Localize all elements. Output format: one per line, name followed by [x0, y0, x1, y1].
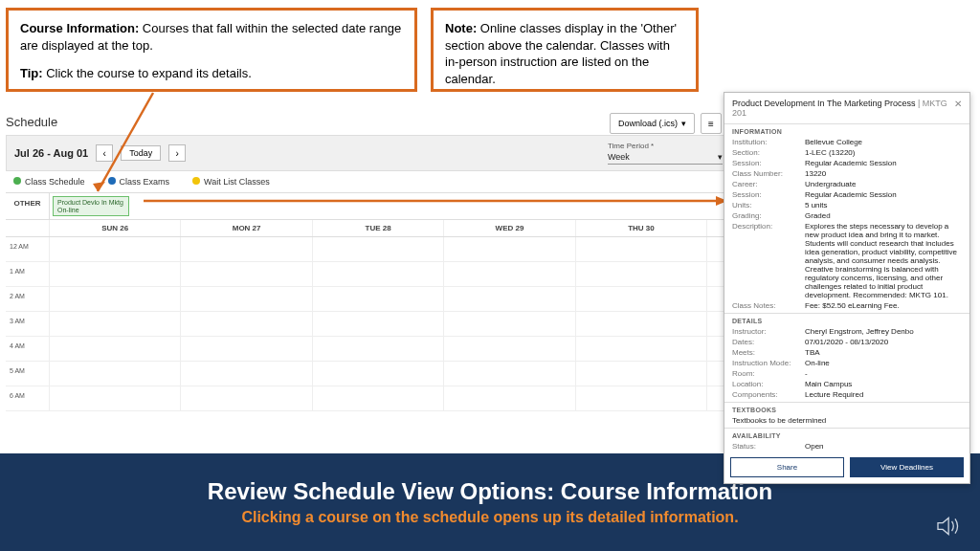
calendar-slot[interactable] — [50, 386, 181, 411]
calendar-slot[interactable] — [50, 262, 181, 287]
calendar-slot[interactable] — [444, 362, 575, 386]
calendar-slot[interactable] — [181, 386, 312, 411]
close-icon[interactable]: ✕ — [954, 99, 962, 118]
calendar-slot[interactable] — [313, 262, 444, 287]
share-button[interactable]: Share — [730, 457, 844, 477]
calendar-slot[interactable] — [313, 237, 444, 262]
calendar-slot[interactable] — [444, 337, 575, 362]
footer-subtitle: Clicking a course on the schedule opens … — [241, 509, 738, 526]
list-view-button[interactable]: ≡ — [701, 113, 722, 134]
date-range: Jul 26 - Aug 01 — [14, 147, 88, 159]
detail-row: Session:Regular Academic Session — [724, 158, 969, 168]
dot-icon — [192, 177, 200, 185]
detail-row: Dates:07/01/2020 - 08/13/2020 — [724, 337, 969, 347]
time-period-select[interactable]: Time Period * Week▾ — [608, 142, 723, 165]
calendar-slot[interactable] — [181, 362, 312, 386]
calendar-slot[interactable] — [576, 312, 707, 337]
time-label: 1 AM — [6, 262, 50, 287]
section-label-textbooks: TEXTBOOKS — [724, 403, 969, 415]
detail-row: Room:- — [724, 368, 969, 379]
dot-icon — [13, 177, 21, 185]
calendar-slot[interactable] — [444, 386, 575, 411]
detail-row: Units:5 units — [724, 200, 969, 210]
calendar-slot[interactable] — [50, 337, 181, 362]
detail-row: Section:1-LEC (13220) — [724, 147, 969, 158]
detail-row: Instructor:Cheryl Engstrom, Jeffrey Denb… — [724, 326, 969, 337]
sound-icon — [936, 515, 963, 538]
detail-row: Description:Explores the steps necessary… — [724, 221, 969, 300]
today-button[interactable]: Today — [121, 145, 161, 161]
time-label: 12 AM — [6, 237, 50, 262]
calendar-slot[interactable] — [313, 337, 444, 362]
time-label: 3 AM — [6, 312, 50, 337]
calendar-slot[interactable] — [181, 337, 312, 362]
calendar-slot[interactable] — [576, 287, 707, 312]
time-label: 4 AM — [6, 337, 50, 362]
calendar-slot[interactable] — [576, 337, 707, 362]
calendar-slot[interactable] — [313, 386, 444, 411]
calendar-slot[interactable] — [181, 312, 312, 337]
detail-row: Meets:TBA — [724, 347, 969, 358]
calendar-slot[interactable] — [181, 287, 312, 312]
calendar-slot[interactable] — [576, 362, 707, 386]
section-label-details: DETAILS — [724, 314, 969, 326]
time-label: 5 AM — [6, 362, 50, 386]
detail-row: Instruction Mode:On-line — [724, 358, 969, 368]
calendar-slot[interactable] — [444, 237, 575, 262]
course-detail-panel: Product Development In The Marketing Pro… — [724, 92, 970, 484]
textbooks-value: Textbooks to be determined — [724, 415, 969, 426]
section-label-availability: AVAILABILITY — [724, 429, 969, 441]
calendar-slot[interactable] — [181, 237, 312, 262]
other-event-mktg[interactable]: Product Devlo In Mktg On-line — [53, 196, 129, 216]
next-week-button[interactable]: › — [168, 144, 186, 162]
time-label: 2 AM — [6, 287, 50, 312]
detail-title: Product Development In The Marketing Pro… — [732, 99, 954, 118]
calendar-slot[interactable] — [50, 237, 181, 262]
detail-row: Institution:Bellevue College — [724, 137, 969, 147]
detail-row: Session:Regular Academic Session — [724, 189, 969, 200]
detail-row: Components:Lecture Required — [724, 389, 969, 400]
calendar-slot[interactable] — [50, 362, 181, 386]
calendar-slot[interactable] — [181, 262, 312, 287]
calendar-slot[interactable] — [313, 287, 444, 312]
detail-row: Grading:Graded — [724, 210, 969, 221]
calendar-slot[interactable] — [444, 287, 575, 312]
chevron-down-icon: ▾ — [718, 152, 723, 162]
detail-row: Location:Main Campus — [724, 379, 969, 389]
calendar-slot[interactable] — [313, 312, 444, 337]
chevron-down-icon: ▾ — [681, 119, 686, 128]
calendar-slot[interactable] — [444, 312, 575, 337]
section-label-info: INFORMATION — [724, 124, 969, 137]
calendar-slot[interactable] — [576, 386, 707, 411]
detail-row: Career:Undergraduate — [724, 179, 969, 189]
time-label: 6 AM — [6, 386, 50, 411]
footer-title: Review Schedule View Options: Course Inf… — [208, 478, 772, 505]
list-icon: ≡ — [708, 119, 714, 129]
calendar-slot[interactable] — [576, 262, 707, 287]
callout-note: Note: Online classes display in the 'Oth… — [431, 8, 699, 92]
dot-icon — [108, 177, 116, 185]
callout-course-info: Course Information: Courses that fall wi… — [6, 8, 417, 92]
calendar-slot[interactable] — [50, 287, 181, 312]
calendar-slot[interactable] — [50, 312, 181, 337]
calendar-slot[interactable] — [576, 237, 707, 262]
availability-row: Status:Open — [724, 441, 969, 452]
prev-week-button[interactable]: ‹ — [96, 144, 113, 162]
other-label: OTHER — [6, 193, 50, 219]
detail-row: Class Notes:Fee: $52.50 eLearning Fee. — [724, 300, 969, 311]
calendar-slot[interactable] — [313, 362, 444, 386]
detail-row: Class Number:13220 — [724, 168, 969, 179]
view-deadlines-button[interactable]: View Deadlines — [850, 457, 964, 477]
calendar-slot[interactable] — [444, 262, 575, 287]
download-ics-button[interactable]: Download (.ics)▾ — [610, 113, 695, 134]
svg-marker-4 — [938, 518, 948, 534]
